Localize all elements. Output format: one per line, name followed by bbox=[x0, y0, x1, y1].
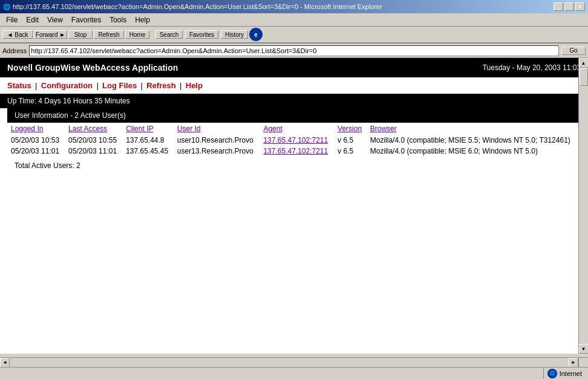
user-info-title: User Information - 2 Active User(s) bbox=[15, 111, 126, 120]
close-button[interactable]: ✕ bbox=[575, 2, 585, 11]
scroll-right-button[interactable]: ► bbox=[569, 358, 578, 368]
scroll-track-vertical bbox=[579, 68, 588, 344]
sort-version[interactable]: Version bbox=[338, 125, 362, 133]
cell-client-ip: 137.65.44.8 bbox=[122, 135, 174, 146]
menu-favorites[interactable]: Favorites bbox=[68, 15, 105, 25]
maximize-button[interactable]: □ bbox=[564, 2, 574, 11]
scroll-area: Novell GroupWise WebAccess Application T… bbox=[0, 58, 588, 354]
forward-button[interactable]: Forward ► bbox=[34, 30, 67, 39]
cell-client-ip: 137.65.45.45 bbox=[122, 146, 174, 157]
app-header: Novell GroupWise WebAccess Application T… bbox=[0, 58, 588, 77]
sort-client-ip[interactable]: Client IP bbox=[126, 125, 153, 133]
window-title-text: http://137.65.47.102/servlet/webacc?acti… bbox=[13, 3, 382, 10]
menu-file[interactable]: File bbox=[2, 15, 21, 25]
home-button[interactable]: Home bbox=[125, 30, 149, 39]
nav-refresh[interactable]: Refresh bbox=[146, 81, 175, 90]
app-title: Novell GroupWise WebAccess Application bbox=[7, 63, 178, 73]
sort-last-access[interactable]: Last Access bbox=[68, 125, 107, 133]
menu-help[interactable]: Help bbox=[131, 15, 154, 25]
table-header-row: Logged In Last Access Client IP User Id … bbox=[7, 123, 581, 135]
address-bar: Address Go bbox=[0, 44, 588, 58]
scroll-down-button[interactable]: ▼ bbox=[579, 344, 589, 354]
table-row: 05/20/03 11:01 05/20/03 11:01 137.65.45.… bbox=[7, 146, 581, 157]
scrollbar-vertical[interactable]: ▲ ▼ bbox=[578, 58, 588, 354]
window-title-bar: 🌐 http://137.65.47.102/servlet/webacc?ac… bbox=[0, 0, 588, 13]
cell-user-id: user13.Research.Provo bbox=[174, 146, 260, 157]
browser-content: Novell GroupWise WebAccess Application T… bbox=[0, 58, 588, 354]
cell-logged-in: 05/20/03 11:01 bbox=[7, 146, 65, 157]
scrollbar-corner bbox=[578, 357, 588, 367]
sort-logged-in[interactable]: Logged In bbox=[11, 125, 43, 133]
zone-label: Internet bbox=[560, 370, 582, 377]
back-button[interactable]: ◄ Back bbox=[2, 30, 33, 39]
col-browser: Browser bbox=[367, 123, 581, 135]
cell-logged-in: 05/20/03 10:53 bbox=[7, 135, 65, 146]
scroll-up-button[interactable]: ▲ bbox=[579, 58, 589, 68]
col-last-access: Last Access bbox=[65, 123, 122, 135]
app-datetime: Tuesday - May 20, 2003 11:03 bbox=[483, 63, 581, 72]
menu-edit[interactable]: Edit bbox=[22, 15, 42, 25]
stop-button[interactable]: Stop bbox=[68, 30, 93, 39]
sort-agent[interactable]: Agent bbox=[263, 125, 282, 133]
cell-last-access: 05/20/03 10:55 bbox=[65, 135, 122, 146]
col-agent: Agent bbox=[260, 123, 334, 135]
sort-browser[interactable]: Browser bbox=[370, 125, 397, 133]
ie-zone-icon: 🌐 bbox=[547, 369, 557, 378]
cell-browser: Mozilla/4.0 (compatible; MSIE 5.5; Windo… bbox=[367, 135, 581, 146]
nav-help[interactable]: Help bbox=[186, 81, 203, 90]
favorites-button[interactable]: Favorites bbox=[185, 30, 218, 39]
table-row: 05/20/03 10:53 05/20/03 10:55 137.65.44.… bbox=[7, 135, 581, 146]
search-button[interactable]: Search bbox=[155, 30, 183, 39]
agent-link[interactable]: 137.65.47.102:7211 bbox=[263, 136, 328, 144]
cell-agent[interactable]: 137.65.47.102:7211 bbox=[260, 146, 334, 157]
uptime-text: Up Time: 4 Days 16 Hours 35 Minutes bbox=[7, 97, 130, 105]
total-users: Total Active Users: 2 bbox=[7, 157, 581, 175]
user-table: Logged In Last Access Client IP User Id … bbox=[7, 123, 581, 157]
col-user-id: User Id bbox=[174, 123, 260, 135]
nav-bar: Status | Configuration | Log Files | Ref… bbox=[0, 77, 588, 94]
scroll-left-button[interactable]: ◄ bbox=[0, 358, 10, 368]
col-version: Version bbox=[334, 123, 367, 135]
total-users-text: Total Active Users: 2 bbox=[15, 161, 80, 170]
window-title-left: 🌐 http://137.65.47.102/servlet/webacc?ac… bbox=[3, 3, 382, 10]
scroll-thumb-vertical[interactable] bbox=[580, 68, 588, 86]
refresh-button[interactable]: Refresh bbox=[94, 30, 124, 39]
toolbar: ◄ Back Forward ► Stop Refresh Home Searc… bbox=[0, 27, 588, 44]
col-logged-in: Logged In bbox=[7, 123, 65, 135]
cell-version: v 6.5 bbox=[334, 135, 367, 146]
sort-user-id[interactable]: User Id bbox=[177, 125, 201, 133]
nav-configuration[interactable]: Configuration bbox=[41, 81, 93, 90]
cell-agent[interactable]: 137.65.47.102:7211 bbox=[260, 135, 334, 146]
status-right: 🌐 Internet bbox=[543, 368, 586, 379]
ie-icon-small: 🌐 bbox=[3, 4, 10, 10]
cell-version: v 6.5 bbox=[334, 146, 367, 157]
menu-view[interactable]: View bbox=[44, 15, 67, 25]
history-button[interactable]: History bbox=[221, 30, 248, 39]
menu-tools[interactable]: Tools bbox=[106, 15, 130, 25]
address-input[interactable] bbox=[29, 45, 559, 56]
nav-log-files[interactable]: Log Files bbox=[102, 81, 137, 90]
window-controls: _ □ ✕ bbox=[554, 2, 585, 11]
agent-link[interactable]: 137.65.47.102:7211 bbox=[263, 147, 328, 155]
ie-logo: e bbox=[249, 28, 263, 41]
uptime-header: Up Time: 4 Days 16 Hours 35 Minutes bbox=[0, 94, 588, 108]
go-button[interactable]: Go bbox=[561, 47, 586, 55]
nav-status[interactable]: Status bbox=[7, 81, 31, 90]
scrollbar-horizontal[interactable]: ◄ ► bbox=[0, 357, 578, 367]
address-label: Address bbox=[2, 47, 27, 54]
cell-user-id: user10.Research.Provo bbox=[174, 135, 260, 146]
menu-bar: File Edit View Favorites Tools Help bbox=[0, 13, 588, 27]
cell-browser: Mozilla/4.0 (compatible; MSIE 6.0; Windo… bbox=[367, 146, 581, 157]
cell-last-access: 05/20/03 11:01 bbox=[65, 146, 122, 157]
col-client-ip: Client IP bbox=[122, 123, 174, 135]
user-info-header: User Information - 2 Active User(s) bbox=[7, 108, 581, 123]
user-info-section: User Information - 2 Active User(s) Logg… bbox=[0, 108, 588, 175]
status-bar: 🌐 Internet bbox=[0, 367, 588, 379]
minimize-button[interactable]: _ bbox=[554, 2, 563, 11]
